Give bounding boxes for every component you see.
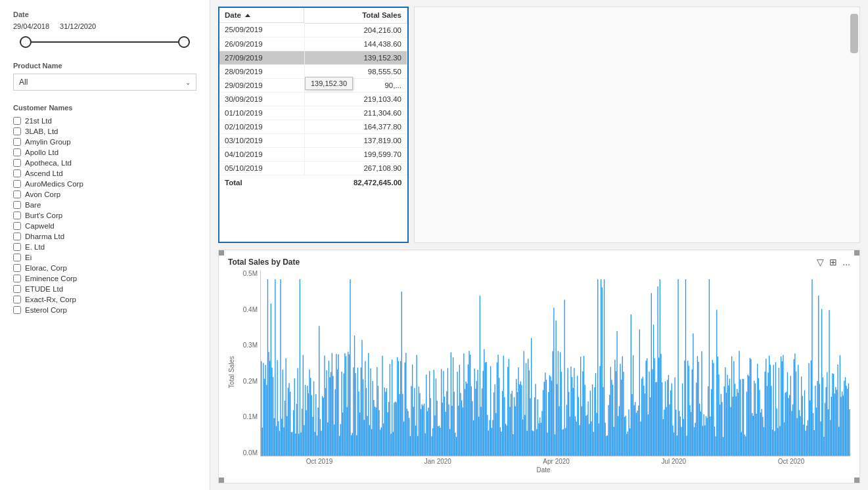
bar[interactable] <box>701 351 702 456</box>
bar[interactable] <box>401 292 402 456</box>
bar[interactable] <box>495 413 496 456</box>
bar[interactable] <box>402 394 403 456</box>
bar[interactable] <box>384 388 385 456</box>
customer-checkbox[interactable] <box>13 201 21 209</box>
bar[interactable] <box>767 386 767 456</box>
bar[interactable] <box>628 409 629 456</box>
bar[interactable] <box>721 402 722 456</box>
bar[interactable] <box>439 426 440 456</box>
bar[interactable] <box>495 384 495 456</box>
bar[interactable] <box>817 381 817 456</box>
bar[interactable] <box>442 403 443 456</box>
bar[interactable] <box>300 279 300 456</box>
bar[interactable] <box>631 315 631 456</box>
bar[interactable] <box>827 372 827 456</box>
customer-checkbox[interactable] <box>13 180 21 188</box>
bar[interactable] <box>672 426 673 456</box>
bar[interactable] <box>842 391 842 456</box>
bar[interactable] <box>273 377 273 456</box>
bar[interactable] <box>526 431 527 456</box>
bar[interactable] <box>561 372 562 456</box>
bar[interactable] <box>331 372 331 456</box>
bar[interactable] <box>486 362 486 456</box>
bar[interactable] <box>533 431 534 456</box>
bar[interactable] <box>712 360 713 456</box>
bar[interactable] <box>436 378 436 456</box>
bar[interactable] <box>453 357 453 456</box>
bar[interactable] <box>313 381 314 456</box>
bar[interactable] <box>657 286 658 456</box>
bar[interactable] <box>806 426 807 456</box>
bar[interactable] <box>608 405 608 456</box>
bar[interactable] <box>524 415 525 456</box>
bar[interactable] <box>370 368 371 456</box>
bar[interactable] <box>322 396 323 456</box>
bar[interactable] <box>278 421 279 456</box>
bar[interactable] <box>319 326 319 456</box>
bar[interactable] <box>672 384 672 456</box>
bar[interactable] <box>317 435 317 456</box>
bar[interactable] <box>461 400 462 456</box>
bar[interactable] <box>846 386 846 456</box>
bar[interactable] <box>491 428 492 456</box>
bar[interactable] <box>733 361 734 456</box>
bar[interactable] <box>565 428 566 456</box>
bar[interactable] <box>730 407 731 456</box>
bar[interactable] <box>794 353 795 456</box>
customer-checkbox[interactable] <box>13 306 21 314</box>
bar[interactable] <box>403 422 404 456</box>
bar[interactable] <box>658 358 659 456</box>
bar[interactable] <box>597 279 598 456</box>
bar[interactable] <box>553 307 554 456</box>
bar[interactable] <box>792 405 793 456</box>
bar[interactable] <box>440 428 440 456</box>
bar[interactable] <box>757 364 758 456</box>
bar[interactable] <box>548 392 549 456</box>
bar[interactable] <box>668 375 669 456</box>
bar[interactable] <box>503 356 504 456</box>
bar[interactable] <box>407 411 408 456</box>
bar[interactable] <box>836 390 837 456</box>
bar[interactable] <box>541 411 542 456</box>
bar[interactable] <box>755 384 756 456</box>
bar[interactable] <box>641 378 642 456</box>
bar[interactable] <box>798 365 798 456</box>
bar[interactable] <box>741 432 742 456</box>
bar[interactable] <box>799 410 800 456</box>
bar[interactable] <box>788 398 788 456</box>
bar[interactable] <box>513 434 513 456</box>
bar[interactable] <box>460 393 461 456</box>
bar[interactable] <box>269 361 270 456</box>
bar[interactable] <box>302 409 302 456</box>
bar[interactable] <box>815 386 815 456</box>
bar[interactable] <box>849 409 850 456</box>
bar[interactable] <box>275 279 275 456</box>
bar[interactable] <box>324 355 325 456</box>
bar[interactable] <box>726 393 727 456</box>
bar[interactable] <box>651 293 652 456</box>
bar[interactable] <box>382 356 382 456</box>
bar[interactable] <box>619 406 620 456</box>
bar[interactable] <box>339 436 340 456</box>
bar[interactable] <box>366 388 367 456</box>
bar[interactable] <box>261 361 262 456</box>
bar[interactable] <box>834 393 835 456</box>
bar[interactable] <box>655 382 656 456</box>
bar[interactable] <box>425 434 426 456</box>
bar[interactable] <box>526 363 526 456</box>
bar[interactable] <box>447 368 448 456</box>
bar[interactable] <box>810 401 810 456</box>
bar[interactable] <box>369 425 370 456</box>
bar[interactable] <box>348 352 348 456</box>
bar[interactable] <box>451 352 451 456</box>
bar[interactable] <box>564 300 565 456</box>
bar[interactable] <box>746 391 747 456</box>
bar[interactable] <box>744 435 745 456</box>
bar[interactable] <box>530 398 530 456</box>
bar[interactable] <box>847 389 848 456</box>
bar[interactable] <box>843 395 844 456</box>
bar[interactable] <box>783 355 783 456</box>
bar[interactable] <box>471 386 472 456</box>
bar[interactable] <box>454 392 455 456</box>
bar[interactable] <box>594 388 595 456</box>
